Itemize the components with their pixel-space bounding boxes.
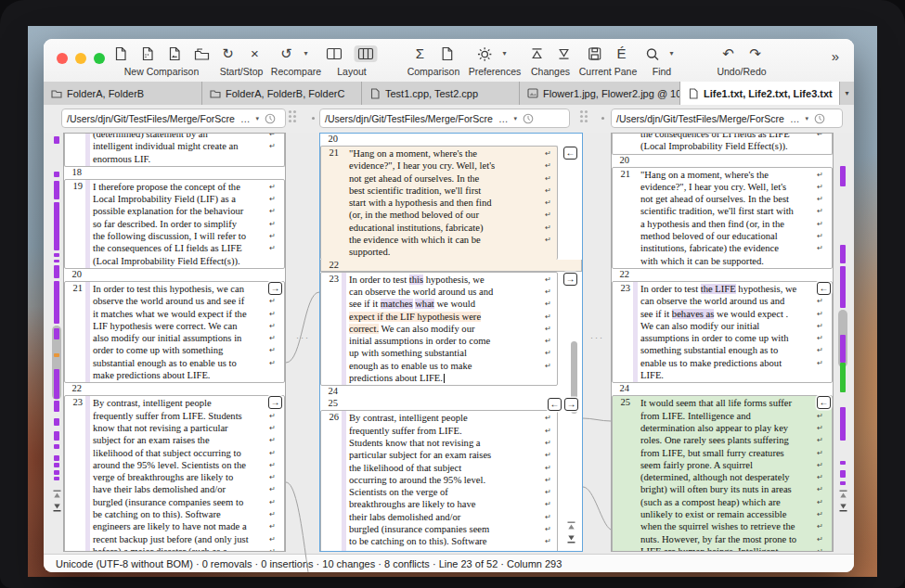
undo-icon[interactable]: ↶ — [721, 45, 736, 62]
stop-icon[interactable]: × — [247, 45, 262, 62]
layout-two-pane-icon[interactable] — [327, 47, 343, 60]
pane-left: (determined) statement by an↵intelligent… — [63, 133, 286, 552]
tab-label: Life1.txt, Life2.txt, Life3.txt — [704, 88, 833, 99]
line-wrap-icon: ↵ — [545, 197, 551, 209]
sigma-icon[interactable]: Σ — [412, 45, 427, 62]
go-first-change-icon[interactable] — [566, 521, 576, 530]
text: frequently suffer from LIFE. Students — [93, 411, 242, 421]
merge-right-button[interactable]: → — [268, 396, 282, 409]
line-wrap-icon: ↵ — [545, 347, 551, 359]
change-block: 25It would seem that all life forms suff… — [612, 395, 833, 552]
e-acute-icon[interactable]: É — [614, 45, 628, 62]
redo-icon[interactable]: ↷ — [748, 45, 763, 62]
line-wrap-icon: ↵ — [269, 332, 276, 344]
chevron-down-icon[interactable]: ▾ — [299, 45, 314, 62]
splitter-handle[interactable] — [289, 110, 296, 122]
save-icon[interactable] — [587, 47, 601, 60]
splitter-handle[interactable] — [580, 110, 588, 122]
line-wrap-icon: ↵ — [545, 535, 551, 547]
text: the following discussion, I will refer t… — [93, 231, 246, 241]
gear-icon[interactable] — [478, 47, 493, 61]
chevron-down-icon[interactable]: ▾ — [498, 45, 512, 62]
go-first-change-icon[interactable] — [52, 490, 62, 499]
chevron-down-icon[interactable]: ▾ — [805, 115, 808, 122]
text-line: enable us to make predictions about↵ — [613, 357, 832, 369]
text-line: something substantial enough as to↵ — [613, 344, 832, 356]
text: enormous LIF. — [93, 154, 150, 164]
report-doc-icon[interactable] — [439, 46, 454, 61]
text-line: recent backup just before (and only just… — [65, 533, 284, 545]
text-line: the consequences of LI fields as LIFE↵ — [65, 242, 284, 254]
prev-change-icon[interactable] — [530, 47, 545, 60]
text: evidence?", I hear you cry. Well, let's — [640, 182, 786, 192]
close-button[interactable] — [57, 53, 68, 64]
go-last-change-icon[interactable] — [52, 503, 62, 512]
new-text-comparison-icon[interactable] — [113, 46, 128, 61]
merge-left-button[interactable]: ← — [548, 398, 562, 411]
changed-mark — [840, 166, 846, 186]
changed-mark — [840, 461, 846, 465]
text-line: It would seem that all life forms suffer… — [613, 397, 832, 409]
line-wrap-icon: ↵ — [269, 230, 276, 242]
tab-5[interactable]: Life1.txt, Life2.txt, Life3.txt — [680, 82, 840, 105]
pane-change-nav — [837, 490, 848, 512]
line-number: 22 — [321, 260, 339, 270]
merge-right-button[interactable]: → — [268, 282, 282, 295]
new-binary-comparison-icon[interactable] — [140, 46, 155, 61]
go-last-change-icon[interactable] — [838, 503, 848, 512]
chevron-down-icon[interactable]: ▾ — [665, 45, 679, 62]
text: a hypothesis and then find (or, in the — [640, 219, 784, 229]
chevron-down-icon[interactable]: ▾ — [513, 115, 517, 122]
new-image-comparison-icon[interactable] — [167, 46, 182, 61]
history-clock-icon[interactable] — [523, 113, 534, 124]
changed-text: expect if the LIF hypothesis were — [349, 312, 481, 322]
changed-mark — [840, 481, 846, 485]
text-line: bright) will often bury its nuts in area… — [613, 483, 832, 495]
search-icon[interactable] — [645, 47, 660, 61]
history-clock-icon[interactable] — [814, 113, 825, 124]
file-path-field-right[interactable]: /Users/djn/Git/TestFiles/Merge/ForScre…▾ — [611, 109, 843, 128]
recompare-icon[interactable]: ↺ — [279, 45, 294, 62]
tab-1[interactable]: FolderA, FolderB — [44, 82, 202, 105]
next-change-icon[interactable] — [557, 47, 572, 60]
tab-overflow-button[interactable]: ▾ — [840, 82, 854, 105]
layout-three-pane-icon[interactable] — [355, 45, 378, 62]
text: when the squirrel wishes to retrieve the — [640, 521, 795, 531]
merge-right-button[interactable]: → — [563, 273, 577, 286]
changed-mark — [54, 281, 59, 324]
merge-left-button[interactable]: ← — [817, 396, 831, 409]
splitter-dots[interactable]: ··· — [296, 333, 310, 342]
blank-line: 22 — [612, 269, 833, 281]
file-path-field-middle[interactable]: /Users/djn/Git/TestFiles/Merge/ForScre…▾ — [319, 109, 570, 128]
merge-buttons: → — [563, 273, 577, 286]
splitter-dots[interactable]: ··· — [590, 333, 604, 342]
text: be catching on to this). Software — [93, 509, 221, 519]
start-icon[interactable]: ↻ — [220, 45, 235, 62]
merge-left-button[interactable]: ← — [817, 282, 831, 295]
text: (or, in the method beloved of our — [349, 210, 479, 220]
toolbar-overflow-button[interactable]: » — [832, 48, 839, 64]
text: so far described. In order to simplify — [93, 219, 237, 229]
go-last-change-icon[interactable] — [566, 534, 576, 543]
text: the consequences of LI fields as LIFE — [93, 243, 242, 253]
merge-left-button[interactable]: ← — [563, 147, 577, 160]
text: subject for an exam raises the — [93, 435, 210, 445]
text: It would seem that all life forms suffer — [640, 398, 792, 408]
tab-2[interactable]: FolderA, FolderB, FolderC — [202, 82, 362, 105]
chevron-down-icon[interactable]: ▾ — [255, 115, 259, 122]
go-first-change-icon[interactable] — [838, 490, 848, 499]
image-icon — [527, 88, 538, 98]
zoom-button[interactable] — [94, 53, 105, 64]
tab-4[interactable]: Flower1.jpg, Flower2.jpg @ 100% — [520, 82, 680, 105]
file-path-field-left[interactable]: /Users/djn/Git/TestFiles/Merge/ForScre…▾ — [61, 109, 286, 128]
tab-3[interactable]: Test1.cpp, Test2.cpp — [362, 82, 520, 105]
toolbar: New Comparison↻×Start/Stop↺▾RecompareLay… — [44, 39, 854, 83]
text-line: know that not revising a particular↵ — [65, 422, 284, 434]
line-wrap-icon: ↵ — [817, 357, 823, 369]
text: LIFE. — [640, 370, 664, 380]
path-ellipsis: … — [240, 113, 251, 124]
minimize-button[interactable] — [75, 53, 86, 64]
history-clock-icon[interactable] — [265, 113, 276, 124]
merge-right-button[interactable]: → — [564, 398, 578, 411]
new-folder-comparison-icon[interactable] — [194, 47, 210, 61]
